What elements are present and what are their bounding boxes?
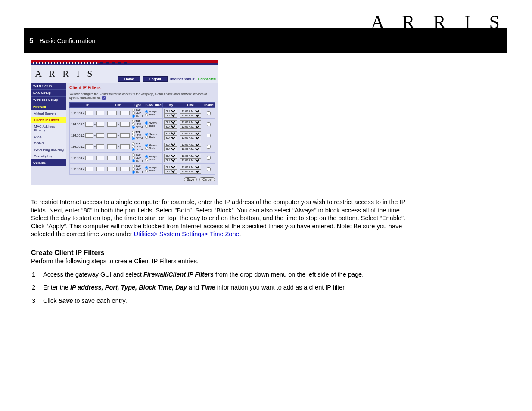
day-start[interactable]: SUN	[164, 120, 177, 125]
port-end[interactable]	[120, 111, 130, 115]
type-both[interactable]: BOTH	[132, 137, 143, 140]
enable-checkbox[interactable]	[207, 145, 211, 149]
type-tcp[interactable]: TCP	[132, 153, 143, 156]
ip-end[interactable]	[96, 122, 104, 127]
enable-checkbox[interactable]	[207, 122, 211, 126]
time-start[interactable]: 12:00 A.M.	[180, 154, 201, 158]
type-tcp[interactable]: TCP	[132, 142, 143, 145]
type-udp[interactable]: UDP	[132, 168, 143, 171]
sidebar-dmz[interactable]: DMZ	[31, 134, 66, 140]
ip-end[interactable]	[96, 133, 104, 138]
day-end[interactable]: SUN	[164, 136, 177, 140]
help-icon[interactable]: ?	[102, 96, 106, 100]
sidebar-mac-filtering[interactable]: MAC Address Filtering	[31, 123, 66, 134]
day-start[interactable]: SUN	[164, 109, 177, 113]
type-both[interactable]: BOTH	[132, 159, 143, 162]
port-start[interactable]	[107, 111, 117, 115]
type-udp[interactable]: UDP	[132, 123, 143, 126]
save-button[interactable]: Save	[184, 177, 197, 181]
sidebar-utilities[interactable]: Utilities	[31, 159, 66, 166]
day-start[interactable]: SUN	[164, 131, 177, 136]
blocktime-always[interactable]: Always	[145, 166, 162, 169]
time-start[interactable]: 12:00 A.M.	[180, 131, 201, 136]
day-start[interactable]: SUN	[164, 154, 177, 158]
blocktime-block[interactable]: Block	[145, 169, 162, 172]
sidebar-lan[interactable]: LAN Setup	[31, 90, 66, 97]
blocktime-block[interactable]: Block	[145, 125, 162, 128]
port-end[interactable]	[120, 144, 130, 149]
type-both[interactable]: BOTH	[132, 148, 143, 151]
ip-end[interactable]	[96, 156, 104, 160]
ip-start[interactable]	[85, 144, 93, 149]
blocktime-block[interactable]: Block	[145, 158, 162, 161]
sidebar-ddns[interactable]: DDNS	[31, 140, 66, 146]
ip-start[interactable]	[85, 133, 93, 138]
blocktime-block[interactable]: Block	[145, 113, 162, 116]
type-udp[interactable]: UDP	[132, 112, 143, 115]
port-end[interactable]	[120, 156, 130, 160]
port-start[interactable]	[107, 167, 117, 171]
ip-end[interactable]	[96, 111, 104, 115]
type-tcp[interactable]: TCP	[132, 120, 143, 123]
day-start[interactable]: SUN	[164, 143, 177, 147]
logout-button[interactable]: Logout	[143, 76, 168, 82]
enable-checkbox[interactable]	[207, 134, 211, 137]
day-end[interactable]: SUN	[164, 125, 177, 129]
port-start[interactable]	[107, 122, 117, 127]
port-end[interactable]	[120, 122, 130, 127]
sidebar-security-log[interactable]: Security Log	[31, 153, 66, 159]
sidebar-firewall[interactable]: Firewall	[31, 103, 66, 110]
day-end[interactable]: SUN	[164, 113, 177, 118]
time-start[interactable]: 12:00 A.M.	[180, 143, 201, 147]
day-end[interactable]: SUN	[164, 158, 177, 162]
port-end[interactable]	[120, 133, 130, 138]
ip-start[interactable]	[85, 156, 93, 160]
time-end[interactable]: 12:00 A.M.	[180, 113, 201, 118]
enable-checkbox[interactable]	[207, 167, 211, 171]
type-udp[interactable]: UDP	[132, 134, 143, 137]
sidebar-wireless[interactable]: Wireless Setup	[31, 97, 66, 103]
blocktime-always[interactable]: Always	[145, 144, 162, 147]
blocktime-block[interactable]: Block	[145, 147, 162, 150]
sidebar-virtual-servers[interactable]: Virtual Servers	[31, 110, 66, 117]
blocktime-always[interactable]: Always	[145, 121, 162, 125]
time-start[interactable]: 12:00 A.M.	[180, 165, 201, 169]
day-start[interactable]: SUN	[164, 165, 177, 169]
ip-start[interactable]	[85, 122, 93, 127]
time-end[interactable]: 12:00 A.M.	[180, 169, 201, 174]
port-end[interactable]	[120, 167, 130, 171]
port-start[interactable]	[107, 133, 117, 138]
day-end[interactable]: SUN	[164, 147, 177, 151]
type-both[interactable]: BOTH	[132, 115, 143, 118]
blocktime-always[interactable]: Always	[145, 110, 162, 113]
sidebar-wan[interactable]: WAN Setup	[31, 83, 66, 90]
enable-checkbox[interactable]	[207, 156, 211, 160]
time-end[interactable]: 12:00 A.M.	[180, 125, 201, 129]
type-udp[interactable]: UDP	[132, 145, 143, 148]
port-start[interactable]	[107, 156, 117, 160]
time-end[interactable]: 12:00 A.M.	[180, 147, 201, 151]
ip-start[interactable]	[85, 111, 93, 115]
blocktime-block[interactable]: Block	[145, 136, 162, 139]
day-end[interactable]: SUN	[164, 169, 177, 174]
type-udp[interactable]: UDP	[132, 156, 143, 159]
time-start[interactable]: 12:00 A.M.	[180, 109, 201, 113]
type-both[interactable]: BOTH	[132, 171, 143, 174]
sidebar-client-ip-filters[interactable]: Client IP Filters	[31, 117, 66, 123]
ip-end[interactable]	[96, 144, 104, 149]
sidebar-wan-ping[interactable]: WAN Ping Blocking	[31, 146, 66, 153]
port-start[interactable]	[107, 144, 117, 149]
ip-end[interactable]	[96, 167, 104, 171]
time-end[interactable]: 12:00 A.M.	[180, 158, 201, 162]
ip-start[interactable]	[85, 167, 93, 171]
time-end[interactable]: 12:00 A.M.	[180, 136, 201, 140]
type-tcp[interactable]: TCP	[132, 109, 143, 112]
blocktime-always[interactable]: Always	[145, 133, 162, 136]
timezone-link[interactable]: Utilities> System Settings> Time Zone	[134, 230, 240, 237]
home-button[interactable]: Home	[118, 76, 140, 82]
type-tcp[interactable]: TCP	[132, 165, 143, 168]
blocktime-always[interactable]: Always	[145, 155, 162, 158]
type-both[interactable]: BOTH	[132, 126, 143, 129]
type-tcp[interactable]: TCP	[132, 131, 143, 134]
enable-checkbox[interactable]	[207, 111, 211, 115]
